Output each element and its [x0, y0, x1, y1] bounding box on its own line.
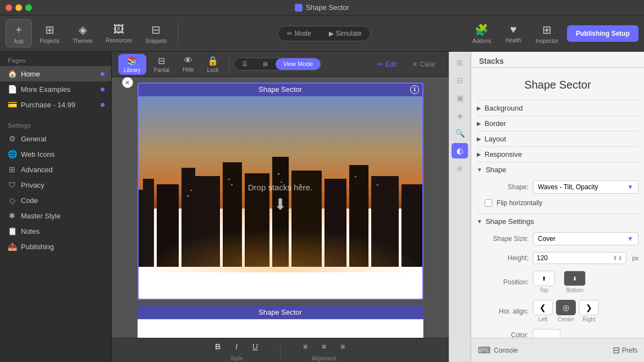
viewmode-option-2[interactable]: ⊞: [255, 58, 276, 70]
stacks-label: Stacks: [471, 52, 644, 68]
viewmode-option-3[interactable]: View Mode: [276, 58, 321, 70]
align-center-button[interactable]: ≡: [316, 339, 332, 354]
align-center-group: ◎ Center: [556, 300, 576, 322]
viewmode-option-1[interactable]: ☰: [234, 58, 255, 70]
align-left-button[interactable]: ≡: [297, 339, 313, 354]
layout-section[interactable]: ▶ Layout: [477, 131, 639, 146]
window-controls[interactable]: [5, 4, 32, 11]
clear-button[interactable]: ✕ Clear: [405, 58, 442, 70]
shape-settings-section[interactable]: ▼ Shape Settings: [477, 213, 639, 229]
resources-button[interactable]: 🖼 Resources: [100, 21, 137, 46]
advanced-icon: ⊞: [8, 165, 16, 174]
inspector-icon: ⊞: [542, 23, 552, 36]
add-button[interactable]: ＋ Add: [5, 19, 32, 47]
edit-button[interactable]: ✏ Edit: [371, 58, 404, 70]
align-right-button[interactable]: ❯: [579, 300, 599, 315]
partial-tool[interactable]: ⊟ Partial: [148, 54, 175, 75]
hide-icon: 👁: [184, 56, 192, 65]
close-button[interactable]: [5, 4, 12, 11]
maximize-button[interactable]: [25, 4, 32, 11]
bottom-label: Bottom: [566, 287, 584, 293]
prefs-icon: ⊟: [613, 345, 620, 355]
align-center-button[interactable]: ◎: [556, 300, 576, 315]
sidebar-item-general[interactable]: ⚙ General: [0, 131, 111, 146]
height-input[interactable]: 120 ⬆⬇: [533, 252, 626, 264]
sidebar-item-notes[interactable]: 📋 Notes: [0, 223, 111, 239]
library-icon: 📚: [126, 56, 137, 66]
strip-btn-6[interactable]: ◐: [452, 143, 468, 158]
publishing-setup-button[interactable]: Publishing Setup: [567, 25, 639, 42]
snippets-button[interactable]: ⊟ Snippets: [140, 21, 172, 46]
italic-button[interactable]: I: [228, 339, 245, 354]
page-block-1[interactable]: ✕ Shape Sector ℹ: [137, 83, 423, 300]
align-left-button[interactable]: ❮: [533, 300, 553, 315]
strip-btn-5[interactable]: 🔍: [452, 125, 468, 141]
shape-select[interactable]: Waves - Tilt, Opacity ▼: [533, 180, 639, 194]
projects-button[interactable]: ⊞ Projects: [34, 21, 65, 46]
shape-section[interactable]: ▼ Shape: [477, 162, 639, 177]
strip-btn-4[interactable]: ◈: [452, 108, 468, 123]
health-button[interactable]: ♥ Health: [500, 21, 527, 46]
drop-hint: Drop stacks here. ⬇: [248, 183, 313, 213]
notes-icon: 📋: [8, 227, 16, 235]
toolbar-right: 🧩 Addons ♥ Health ⊞ Inspector Publishing…: [467, 21, 639, 46]
block1-header[interactable]: Shape Sector ℹ: [137, 83, 423, 96]
mode-button[interactable]: ✏ Mode: [278, 26, 320, 41]
strip-btn-3[interactable]: ▣: [452, 90, 468, 106]
inspector-button[interactable]: ⊞ Inspector: [530, 21, 564, 46]
color-swatch[interactable]: [533, 329, 560, 338]
height-stepper[interactable]: ⬆⬇: [613, 255, 623, 262]
strip-btn-7[interactable]: ⊕: [452, 161, 468, 176]
info-icon[interactable]: ℹ: [410, 85, 419, 94]
lock-tool[interactable]: 🔒 Lock: [202, 54, 224, 75]
shape-size-select[interactable]: Cover ▼: [533, 232, 639, 245]
sidebar-item-home[interactable]: 🏠 Home: [0, 66, 111, 81]
code-label: Code: [21, 196, 38, 205]
hide-tool[interactable]: 👁 Hide: [177, 54, 200, 74]
canvas-area: 📚 Library ⊟ Partial 👁 Hide 🔒 Lock ☰ ⊞ Vi…: [112, 52, 449, 362]
top-label: Top: [540, 287, 548, 293]
console-button[interactable]: ⌨ Console: [478, 345, 518, 355]
responsive-section[interactable]: ▶ Responsive: [477, 146, 639, 162]
prefs-label: Prefs: [622, 347, 637, 354]
border-chevron: ▶: [477, 120, 481, 127]
publishing-label: Publishing: [21, 243, 54, 251]
align-right-button[interactable]: ≡: [334, 339, 351, 354]
general-label: General: [21, 135, 46, 143]
themes-button[interactable]: ◈ Themes: [67, 21, 98, 46]
block2-header[interactable]: Shape Sector: [137, 305, 423, 319]
sidebar-item-master-style[interactable]: ✱ Master Style: [0, 208, 111, 223]
underline-button[interactable]: U: [247, 339, 263, 354]
sidebar-item-more-examples[interactable]: 📄 More Examples: [0, 81, 111, 97]
sidebar-item-web-icons[interactable]: 🌐 Web Icons: [0, 146, 111, 162]
sidebar-item-code[interactable]: ◇ Code: [0, 193, 111, 208]
add-icon: ＋: [13, 22, 24, 37]
position-top-button[interactable]: ⬆: [533, 271, 555, 286]
sidebar-item-publishing[interactable]: 📤 Publishing: [0, 239, 111, 254]
sidebar-item-purchase[interactable]: 💳 Purchase - 14.99: [0, 97, 111, 112]
align-left-label: Left: [538, 316, 548, 322]
minimize-button[interactable]: [15, 4, 22, 11]
border-section[interactable]: ▶ Border: [477, 116, 639, 131]
sidebar-item-privacy[interactable]: 🛡 Privacy: [0, 177, 111, 193]
position-bottom-button[interactable]: ⬇: [564, 271, 586, 286]
simulate-button[interactable]: ▶ Simulate: [320, 26, 371, 41]
page-block-2[interactable]: Shape Sector: [137, 305, 423, 338]
svg-rect-21: [377, 184, 378, 185]
strip-btn-1[interactable]: ⊞: [452, 55, 468, 70]
background-section[interactable]: ▶ Background: [477, 100, 639, 116]
purchase-dot: [101, 103, 104, 107]
shape-size-label: Shape Size:: [485, 235, 529, 243]
shape-chevron: ▼: [477, 167, 482, 173]
canvas-scroll[interactable]: ✕ Shape Sector ℹ: [112, 77, 449, 338]
responsive-chevron: ▶: [477, 151, 481, 157]
prefs-button[interactable]: ⊟ Prefs: [613, 345, 637, 355]
library-tool[interactable]: 📚 Library: [118, 54, 146, 75]
svg-rect-14: [190, 190, 192, 191]
strip-btn-2[interactable]: ⊟: [452, 73, 468, 88]
close-block-button[interactable]: ✕: [122, 77, 133, 88]
sidebar-item-advanced[interactable]: ⊞ Advanced: [0, 162, 111, 177]
flip-checkbox[interactable]: [485, 199, 492, 207]
bold-button[interactable]: B: [210, 339, 226, 354]
addons-button[interactable]: 🧩 Addons: [467, 21, 497, 46]
